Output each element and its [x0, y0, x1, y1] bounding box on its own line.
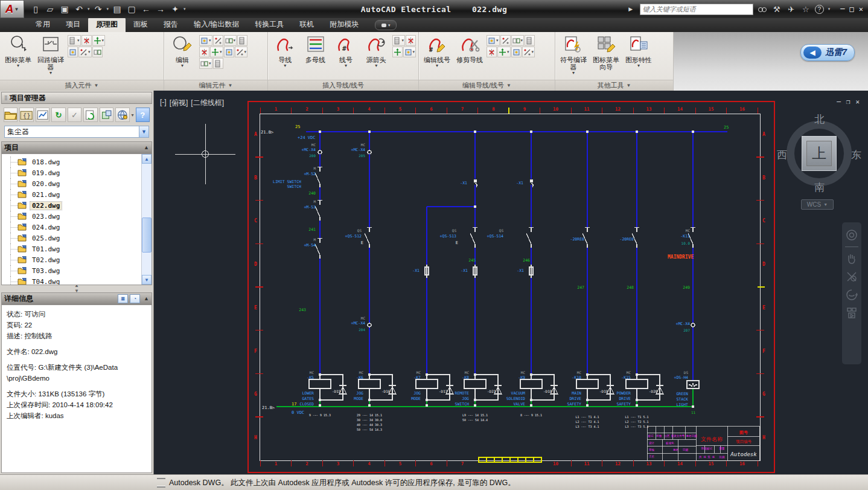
small-tool-button-插入导线/线号-1-0[interactable]	[392, 47, 403, 57]
panel-title-编辑元件[interactable]: 编辑元件▼	[164, 80, 267, 91]
publish-icon[interactable]: ✓	[68, 108, 81, 122]
viewcube-top-face[interactable]: 上	[802, 136, 837, 171]
tab-原理图[interactable]: 原理图	[88, 18, 126, 32]
tab-项目[interactable]: 项目	[58, 18, 88, 32]
small-tool-button-编辑元件-0-1[interactable]	[213, 35, 223, 46]
small-tool-button-编辑元件-1-3[interactable]: ▾	[235, 47, 248, 57]
small-tool-button-插入元件-0-1[interactable]	[81, 35, 92, 46]
small-tool-button-编辑导线/线号-0-1[interactable]	[500, 35, 511, 46]
viewcube-south-label[interactable]: 南	[814, 181, 825, 195]
project-file-item[interactable]: 023.dwg	[2, 211, 142, 222]
project-properties-icon[interactable]	[36, 108, 49, 122]
undo-icon[interactable]: ↶	[72, 2, 86, 16]
zoom-extents-icon[interactable]	[845, 270, 858, 283]
small-tool-button-编辑导线/线号-0-0[interactable]: ▾	[487, 35, 500, 46]
update-retag-icon[interactable]	[83, 108, 97, 122]
redo-icon-caret[interactable]: ▾	[107, 7, 109, 11]
tab-报告[interactable]: 报告	[156, 18, 186, 32]
ribbon-overflow-button[interactable]: ▾	[375, 20, 397, 30]
project-file-item[interactable]: T04.dwg	[2, 276, 142, 285]
close-button[interactable]: ✕	[859, 5, 863, 13]
small-tool-button-编辑元件-1-1[interactable]: ▾	[210, 47, 223, 57]
project-file-item[interactable]: T02.dwg	[2, 254, 142, 265]
render-icon[interactable]: ✦	[168, 2, 182, 16]
project-manager-titlebar[interactable]: ⁞⁞ 项目管理器	[1, 92, 152, 104]
help-caret-icon[interactable]: ▾	[828, 7, 831, 11]
small-tool-button-编辑元件-0-0[interactable]: ▾	[199, 35, 212, 46]
small-tool-button-插入导线/线号-1-1[interactable]: ▾	[403, 47, 416, 57]
details-preview-icon[interactable]: ◔	[130, 294, 140, 303]
save-icon[interactable]: ▣	[58, 2, 71, 16]
big-button-源箭头[interactable]: 源箭头▾	[362, 34, 391, 68]
big-button-图形特性[interactable]: 图形特性▾	[623, 34, 654, 68]
navigation-wheel-icon[interactable]	[845, 228, 858, 242]
scroll-down-icon[interactable]: ▼	[142, 275, 152, 285]
project-file-item[interactable]: 020.dwg	[2, 178, 142, 189]
forward-icon[interactable]: →	[154, 2, 167, 16]
project-file-item[interactable]: 024.dwg	[2, 222, 142, 233]
web-publish-icon-caret[interactable]: ▾	[132, 112, 134, 118]
xunlei-plugin-button[interactable]: ◀ 迅雷7	[800, 44, 855, 61]
minimize-button[interactable]: ─	[840, 5, 844, 13]
big-button-多母线[interactable]: 多母线	[301, 34, 330, 63]
small-tool-button-插入导线/线号-0-1[interactable]	[406, 35, 416, 46]
back-icon[interactable]: ←	[139, 2, 153, 16]
undo-icon-caret[interactable]: ▾	[88, 7, 90, 11]
search-expand-icon[interactable]: ▶	[625, 6, 636, 12]
new-file-icon[interactable]: ▯	[29, 2, 42, 16]
project-file-item[interactable]: T03.dwg	[2, 265, 142, 276]
project-file-item[interactable]: 019.dwg	[2, 167, 142, 178]
viewcube-east-label[interactable]: 东	[851, 148, 861, 162]
project-file-item[interactable]: T01.dwg	[2, 243, 142, 254]
viewcube-west-label[interactable]: 西	[777, 148, 787, 162]
communication-center-icon[interactable]: ✈	[786, 5, 797, 14]
small-tool-button-编辑导线/线号-1-3[interactable]: ▾	[522, 47, 535, 57]
small-tool-button-插入元件-0-0[interactable]: ▾	[68, 35, 81, 46]
restore-button[interactable]: □	[850, 5, 854, 13]
combobox-dropdown-icon[interactable]: ▼	[139, 126, 149, 138]
small-tool-button-编辑导线/线号-0-2[interactable]: ▾	[511, 35, 525, 46]
help-icon[interactable]: ?	[815, 5, 824, 14]
project-file-item[interactable]: 018.dwg	[2, 156, 142, 167]
tab-输入/输出数据[interactable]: 输入/输出数据	[186, 18, 247, 32]
open-file-icon[interactable]: ▱	[43, 2, 57, 16]
doc-close-button[interactable]: ✕	[855, 98, 860, 106]
big-button-图标菜单[interactable]: 图标菜单▾	[2, 34, 34, 68]
details-collapse-icon[interactable]: ▲	[144, 295, 149, 301]
doc-restore-button[interactable]: ❐	[846, 98, 850, 106]
doc-minimize-button[interactable]: ─	[837, 98, 841, 106]
small-tool-button-编辑元件-2-1[interactable]	[213, 58, 223, 69]
project-combobox[interactable]: 集尘器 ▼	[4, 126, 149, 138]
plot-icon[interactable]: ▤	[110, 2, 124, 16]
big-button-符号编译器[interactable]: 符号编译器▾	[558, 34, 589, 76]
big-button-编辑线号[interactable]: # 编辑线号▾	[421, 34, 453, 68]
big-button-编辑[interactable]: 编辑▾	[167, 34, 198, 68]
search-input[interactable]	[640, 4, 753, 15]
favorites-star-icon[interactable]: ☆	[800, 5, 811, 14]
render-icon-caret[interactable]: ▾	[183, 7, 186, 11]
tab-常用[interactable]: 常用	[28, 18, 58, 32]
tree-scrollbar[interactable]: ▲ ▼	[141, 154, 152, 285]
tab-附加模块[interactable]: 附加模块	[322, 18, 366, 32]
new-project-icon[interactable]: {}	[19, 108, 33, 122]
small-tool-button-插入元件-1-1[interactable]: ▾	[78, 47, 92, 57]
small-tool-button-编辑导线/线号-1-1[interactable]: ▾	[497, 47, 511, 57]
wcs-menu-button[interactable]: WCS▼	[801, 199, 834, 210]
scrollbar-thumb[interactable]	[142, 218, 152, 253]
small-tool-button-插入元件-1-2[interactable]	[92, 47, 103, 57]
project-file-item[interactable]: 021.dwg	[2, 189, 142, 200]
search-binoculars-icon[interactable]	[757, 5, 768, 14]
project-file-item[interactable]: 022.dwg	[2, 200, 142, 211]
small-tool-button-编辑元件-2-0[interactable]: ▾	[199, 58, 212, 69]
big-button-导线[interactable]: 导线▾	[270, 34, 299, 68]
panel-title-其他工具[interactable]: 其他工具▼	[555, 80, 673, 91]
viewcube-north-label[interactable]: 北	[814, 112, 825, 126]
project-file-item[interactable]: 025.dwg	[2, 233, 142, 243]
scroll-up-icon[interactable]: ▲	[142, 154, 152, 164]
drawing-canvas[interactable]: [-] [俯视] [二维线框] ─ ❐ ✕ 112233445566778910…	[154, 91, 868, 474]
small-tool-button-编辑元件-1-2[interactable]	[224, 47, 234, 57]
details-header[interactable]: 详细信息 ≣ ◔ ▲	[1, 292, 152, 305]
small-tool-button-编辑导线/线号-1-0[interactable]	[487, 47, 497, 57]
big-button-回路编译器[interactable]: 回路编译器▾	[35, 34, 66, 76]
help-icon[interactable]: ?	[136, 108, 150, 122]
